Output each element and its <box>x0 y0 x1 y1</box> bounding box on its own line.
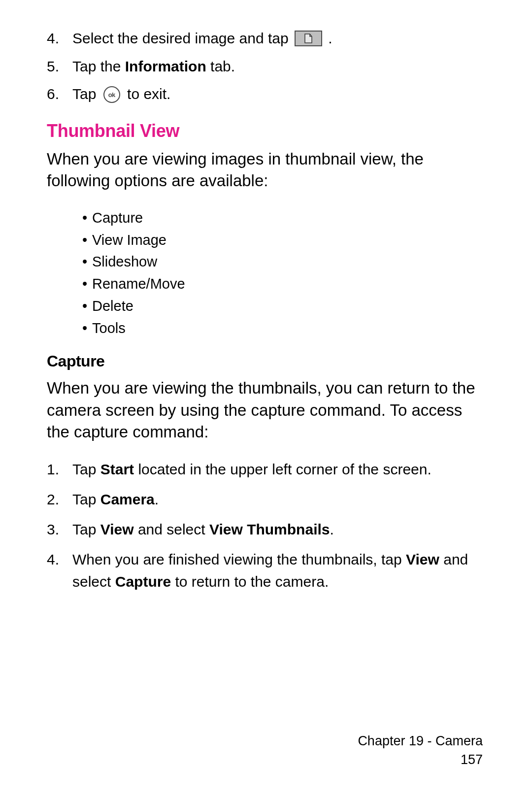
step-text: Tap the Information tab. <box>72 55 235 78</box>
bold-text: Camera <box>100 491 155 507</box>
text: Tap <box>72 86 100 102</box>
step-text: When you are finished viewing the thumbn… <box>72 548 485 593</box>
subsection-heading-capture: Capture <box>47 352 485 370</box>
section-heading-thumbnail-view: Thumbnail View <box>47 121 485 141</box>
step-text: Select the desired image and tap . <box>72 27 332 50</box>
capture-intro: When you are viewing the thumbnails, you… <box>47 377 485 443</box>
step-5: 5. Tap the Information tab. <box>47 55 485 78</box>
capture-step-3: 3. Tap View and select View Thumbnails. <box>47 518 485 540</box>
page: 4. Select the desired image and tap . 5.… <box>0 0 532 799</box>
thumbnail-intro: When you are viewing images in thumbnail… <box>47 148 485 192</box>
step-text: Tap Start located in the upper left corn… <box>72 458 485 480</box>
list-item: Capture <box>82 207 485 229</box>
thumbnail-options-list: Capture View Image Slideshow Rename/Move… <box>82 207 485 340</box>
chapter-label: Chapter 19 - Camera <box>358 732 483 751</box>
list-item: Delete <box>82 295 485 317</box>
file-icon <box>295 31 322 46</box>
list-item: Slideshow <box>82 251 485 273</box>
top-steps-list: 4. Select the desired image and tap . 5.… <box>47 27 485 106</box>
text: Tap <box>72 491 100 507</box>
text: Tap <box>72 461 100 477</box>
step-text: Tap ok to exit. <box>72 83 170 106</box>
step-number: 3. <box>47 518 72 540</box>
text: located in the upper left corner of the … <box>134 461 432 477</box>
text: When you are finished viewing the thumbn… <box>72 551 406 567</box>
text: Tap the <box>72 58 125 74</box>
text: tab. <box>206 58 235 74</box>
text: to exit. <box>127 86 170 102</box>
step-number: 1. <box>47 458 72 480</box>
list-item: Rename/Move <box>82 273 485 295</box>
step-4: 4. Select the desired image and tap . <box>47 27 485 50</box>
capture-step-4: 4. When you are finished viewing the thu… <box>47 548 485 593</box>
capture-step-2: 2. Tap Camera. <box>47 488 485 510</box>
bold-text: View <box>406 551 439 567</box>
bold-text: Start <box>100 461 134 477</box>
text: . <box>155 491 159 507</box>
step-number: 4. <box>47 548 72 593</box>
bold-text: Information <box>125 58 206 74</box>
step-6: 6. Tap ok to exit. <box>47 83 485 106</box>
page-number: 157 <box>358 751 483 769</box>
page-footer: Chapter 19 - Camera 157 <box>358 732 483 769</box>
text: and select <box>134 521 209 537</box>
capture-steps-list: 1. Tap Start located in the upper left c… <box>47 458 485 593</box>
step-number: 4. <box>47 27 72 50</box>
bold-text: View <box>100 521 134 537</box>
bold-text: View Thumbnails <box>209 521 330 537</box>
step-number: 6. <box>47 83 72 106</box>
list-item: View Image <box>82 229 485 251</box>
list-item: Tools <box>82 317 485 339</box>
step-text: Tap Camera. <box>72 488 485 510</box>
bold-text: Capture <box>115 573 171 590</box>
text: Tap <box>72 521 100 537</box>
text: Select the desired image and tap <box>72 30 293 46</box>
step-text: Tap View and select View Thumbnails. <box>72 518 485 540</box>
text: . <box>328 30 332 46</box>
ok-icon: ok <box>103 86 120 103</box>
capture-step-1: 1. Tap Start located in the upper left c… <box>47 458 485 480</box>
text: . <box>330 521 333 537</box>
text: to return to the camera. <box>171 573 329 590</box>
ok-label: ok <box>108 92 115 98</box>
step-number: 5. <box>47 55 72 78</box>
step-number: 2. <box>47 488 72 510</box>
